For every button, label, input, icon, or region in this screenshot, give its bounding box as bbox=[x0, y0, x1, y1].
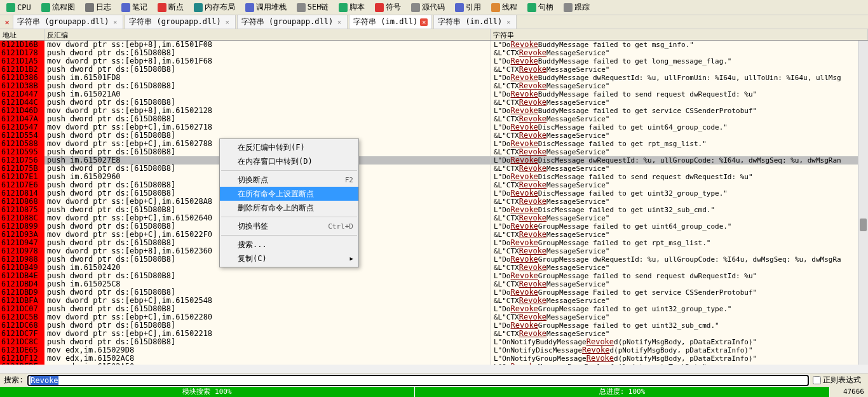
string-row[interactable]: &L"CTXRevokeMessageService" bbox=[491, 231, 868, 239]
string-row[interactable]: L"OnNotifyDiscMessageRevoked(pNotifyMsgB… bbox=[491, 346, 868, 354]
column-headers: 地址 反汇编 字符串 bbox=[0, 29, 868, 41]
main-content: 6121D16Bmov dword ptr ss:[ebp+8],im.6150… bbox=[0, 41, 868, 365]
tab[interactable]: 字符串 (groupapp.dll)✕ bbox=[125, 15, 235, 29]
string-pane[interactable]: L"DoRevokeBuddyMessage failed to get msg… bbox=[491, 41, 868, 365]
string-row[interactable]: L"DoRevokeGroupMessage dwRequestId: %u, … bbox=[491, 255, 868, 264]
menu-item[interactable]: 在所有命令上设置断点 bbox=[220, 187, 358, 201]
string-row[interactable]: &L"CTXRevokeMessageService" bbox=[491, 165, 868, 173]
string-row[interactable]: L"DoRevokeDiscMessage failed to get uint… bbox=[491, 123, 868, 131]
menu-item[interactable]: 在内存窗口中转到(D) bbox=[220, 154, 358, 168]
string-row[interactable]: L"DoRevokeGroupMessage failed to get uin… bbox=[491, 305, 868, 313]
bp-icon bbox=[158, 3, 166, 12]
tool-cpu[interactable]: CPU bbox=[3, 2, 35, 13]
address-cell: 6121DFBF bbox=[0, 363, 44, 365]
string-row[interactable]: &L"CTXRevokeMessageService" bbox=[491, 264, 868, 272]
string-row[interactable]: L"DoRevokeGroupMessage failed to get uin… bbox=[491, 321, 868, 330]
seh-icon bbox=[297, 3, 306, 12]
string-row[interactable]: &L"CTXRevokeMessageService" bbox=[491, 214, 868, 222]
tool-src[interactable]: 源代码 bbox=[407, 1, 449, 14]
close-icon[interactable]: ✕ bbox=[336, 18, 343, 26]
tool-stack[interactable]: 调用堆栈 bbox=[241, 1, 290, 14]
tab[interactable]: 字符串 (im.dll)✕ bbox=[433, 15, 517, 29]
string-row[interactable]: &L"CTXRevokeMessageService" bbox=[491, 131, 868, 140]
string-row[interactable]: &L"CTXRevokeMessageService" bbox=[491, 198, 868, 206]
tool-bp[interactable]: 断点 bbox=[154, 1, 187, 14]
mem-icon bbox=[194, 3, 203, 12]
string-row[interactable]: L"DoRevokeBuddyMessage failed to send re… bbox=[491, 90, 868, 98]
string-row[interactable]: &L"CTXRevokeMessageService" bbox=[491, 49, 868, 57]
tool-handle[interactable]: 句柄 bbox=[524, 1, 557, 14]
status-total: 总进度: 100% bbox=[415, 387, 830, 397]
menu-item[interactable]: 切换断点F2 bbox=[220, 173, 358, 187]
menu-item[interactable]: 复制(C)▶ bbox=[220, 252, 358, 266]
string-row[interactable]: L"DoRevokeBuddyMessage failed to get lon… bbox=[491, 57, 868, 65]
flow-icon bbox=[41, 3, 50, 12]
close-icon[interactable]: ✕ bbox=[111, 18, 119, 26]
tool-flow[interactable]: 流程图 bbox=[37, 1, 79, 14]
regex-checkbox[interactable]: 正则表达式 bbox=[813, 375, 861, 386]
close-icon[interactable]: ✕ bbox=[224, 18, 231, 26]
close-icon[interactable]: ✕ bbox=[505, 18, 512, 26]
string-row[interactable]: &L"CTXRevokeMessageService" bbox=[491, 247, 868, 255]
tool-log[interactable]: 日志 bbox=[81, 1, 115, 14]
menu-separator bbox=[221, 170, 357, 171]
tool-seh[interactable]: SEH链 bbox=[293, 1, 333, 14]
tool-mem[interactable]: 内存布局 bbox=[190, 1, 239, 14]
script-icon bbox=[339, 3, 348, 12]
src-icon bbox=[411, 3, 420, 12]
menu-item[interactable]: 切换书签Ctrl+D bbox=[220, 219, 358, 233]
search-input[interactable] bbox=[27, 375, 809, 386]
string-row[interactable]: L"DoRevokeGroupMessage failed to get uin… bbox=[491, 222, 868, 231]
tool-ref[interactable]: 引用 bbox=[451, 1, 485, 14]
string-row[interactable]: L"OnNotifyBuddyMessageRevoked(pNotifyMsg… bbox=[491, 338, 868, 346]
regex-check[interactable] bbox=[813, 376, 821, 384]
string-row[interactable]: L"DoRevokeGroupMessage Failed to get ser… bbox=[491, 288, 868, 297]
string-row[interactable]: L"OnNotifyGroupMessageRevoked(pNotifyMsg… bbox=[491, 354, 868, 363]
string-row[interactable]: L"DoRevokeDiscMessage dwRequestId: %u, u… bbox=[491, 156, 868, 165]
goto-icon bbox=[222, 142, 234, 152]
tab[interactable]: 字符串 (groupapp.dll)✕ bbox=[13, 15, 123, 29]
tool-note[interactable]: 笔记 bbox=[118, 1, 151, 14]
close-all-icon[interactable]: ✕ bbox=[3, 18, 11, 27]
string-row[interactable]: &L"CTXRevokeMessageService" bbox=[491, 65, 868, 74]
string-row[interactable]: &L"CTXRevokeMessageService" bbox=[491, 148, 868, 156]
string-row[interactable]: L"DoRevokeBuddyMessage dwRequestId: %u, … bbox=[491, 74, 868, 82]
string-row[interactable]: &L"CTXRevokeMessageService" bbox=[491, 82, 868, 90]
string-row[interactable]: L"DoRevokeDiscMessage failed to send req… bbox=[491, 173, 868, 181]
string-row[interactable]: &L"CTXRevokeMessageService" bbox=[491, 297, 868, 305]
menu-item[interactable]: 删除所有命令上的断点 bbox=[220, 201, 358, 215]
string-row[interactable]: &L"CTXRevokeMessageService" bbox=[491, 280, 868, 288]
tab[interactable]: 字符串 (groupapp.dll)✕ bbox=[237, 15, 348, 29]
string-row[interactable]: &L"CTXRevokeMessageService" bbox=[491, 181, 868, 189]
tool-thread[interactable]: 线程 bbox=[487, 1, 521, 14]
string-row[interactable]: L"DoRevokeDiscMessage failed to get uint… bbox=[491, 206, 868, 214]
disasm-row[interactable]: 6121DFBFmov edx,im.61502A50 bbox=[0, 363, 491, 365]
header-string[interactable]: 字符串 bbox=[491, 29, 868, 40]
tool-trace[interactable]: 跟踪 bbox=[560, 1, 593, 14]
tab[interactable]: 字符串 (im.dll)✕ bbox=[349, 15, 432, 29]
string-row[interactable]: &L"CTXRevokeMessageService" bbox=[491, 98, 868, 107]
tool-script[interactable]: 脚本 bbox=[335, 1, 369, 14]
sym-icon bbox=[375, 3, 384, 12]
string-row[interactable]: &L"CTXRevokeMessageService" bbox=[491, 330, 868, 338]
tool-sym[interactable]: 符号 bbox=[371, 1, 405, 14]
string-row[interactable]: L"DoRevokeGroupMessage failed to get rpt… bbox=[491, 239, 868, 247]
close-icon[interactable]: ✕ bbox=[420, 18, 428, 26]
scroll-thumb[interactable] bbox=[860, 219, 867, 231]
menu-item[interactable]: 在反汇编中转到(F) bbox=[220, 140, 358, 154]
header-address[interactable]: 地址 bbox=[0, 29, 44, 40]
context-menu: 在反汇编中转到(F)在内存窗口中转到(D)切换断点F2在所有命令上设置断点删除所… bbox=[219, 138, 359, 267]
log-icon bbox=[85, 3, 94, 12]
string-row[interactable]: L"DoRevokeDiscMessage failed to get rpt_… bbox=[491, 140, 868, 148]
string-row[interactable]: L"DoRevokeBuddyMessage failed to get msg… bbox=[491, 41, 868, 49]
menu-item[interactable]: 搜索... bbox=[220, 238, 358, 252]
vertical-scrollbar[interactable] bbox=[858, 41, 868, 365]
string-row[interactable]: L"DoRevokeDiscMessage failed to get uint… bbox=[491, 189, 868, 198]
string-row[interactable]: &L"CTXRevokeMessageService" bbox=[491, 313, 868, 321]
string-row[interactable]: L"DoRevokeGroupMessage failed to send re… bbox=[491, 272, 868, 280]
string-row[interactable]: &L"CTXRevokeMessageService" bbox=[491, 115, 868, 123]
disasm-cell: mov edx,im.61502A50 bbox=[44, 363, 491, 365]
string-row[interactable]: L"DoRevokeBuddyMessage failed to get ser… bbox=[491, 107, 868, 115]
string-row[interactable]: L"OnRevokeMessageRecvReply failed to get… bbox=[491, 363, 868, 365]
header-disassembly[interactable]: 反汇编 bbox=[44, 29, 491, 40]
